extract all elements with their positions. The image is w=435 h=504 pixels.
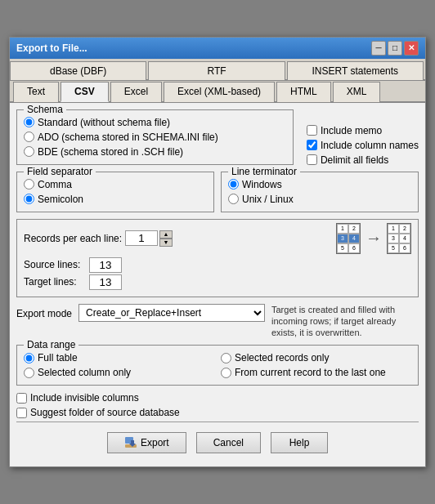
suggest-folder-option[interactable]: Suggest folder of source database <box>16 407 419 418</box>
maximize-button[interactable]: □ <box>388 41 402 56</box>
records-group: Records per each line: ▲ ▼ 1 2 3 4 5 6 <box>16 219 419 297</box>
data-range-label: Data range <box>24 339 78 350</box>
schema-option-bde[interactable]: BDE (schema stored in .SCH file) <box>24 146 286 158</box>
suggest-folder-checkbox[interactable] <box>16 408 27 418</box>
include-memo-checkbox[interactable] <box>307 125 317 136</box>
records-label: Records per each line: <box>24 233 122 244</box>
line-term-windows-label: Windows <box>242 179 282 190</box>
schema-group: Schema Standard (without schema file) AD… <box>16 109 294 165</box>
export-mode-label: Export mode <box>16 304 72 323</box>
source-lines-label: Source lines: <box>24 259 89 270</box>
tab-csv[interactable]: CSV <box>61 82 109 102</box>
separator-terminator-row: Field separator Comma Semicolon Line ter… <box>16 172 419 219</box>
schema-radio-bde[interactable] <box>24 146 34 157</box>
data-range-current-radio[interactable] <box>221 368 231 378</box>
field-sep-semicolon-radio[interactable] <box>24 194 34 204</box>
src-cell-11: 4 <box>348 234 360 243</box>
data-range-records-radio[interactable] <box>221 353 231 364</box>
data-range-selected-col[interactable]: Selected column only <box>24 367 214 378</box>
line-term-unix[interactable]: Unix / Linux <box>228 194 411 205</box>
data-range-col-label: Selected column only <box>38 367 131 378</box>
tgt-cell-01: 2 <box>399 224 410 234</box>
data-range-group: Data range Full table Selected column on… <box>16 345 419 386</box>
minimize-button[interactable]: ─ <box>371 41 386 56</box>
schema-option-ado[interactable]: ADO (schema stored in SCHEMA.INI file) <box>24 132 286 143</box>
tgt-cell-00: 1 <box>388 224 399 234</box>
tgt-cell-10: 3 <box>388 234 399 243</box>
data-range-options: Full table Selected column only Selected… <box>24 349 411 378</box>
target-grid: 1 2 3 4 5 6 <box>387 223 411 254</box>
delimit-all-fields-checkbox[interactable] <box>307 154 317 165</box>
field-sep-comma-label: Comma <box>38 179 72 190</box>
src-cell-20: 5 <box>337 243 348 253</box>
data-range-col-radio[interactable] <box>24 368 34 378</box>
tab-text[interactable]: Text <box>13 82 59 102</box>
tab-excel-xml[interactable]: Excel (XML-based) <box>164 82 275 102</box>
target-lines-input[interactable] <box>89 274 122 290</box>
records-spin-down[interactable]: ▼ <box>159 239 173 247</box>
schema-radio-ado[interactable] <box>24 132 34 142</box>
src-cell-21: 6 <box>348 243 360 253</box>
suggest-folder-label: Suggest folder of source database <box>30 407 180 418</box>
tgt-cell-20: 5 <box>388 243 399 253</box>
schema-row: Schema Standard (without schema file) AD… <box>16 109 419 172</box>
tab-excel[interactable]: Excel <box>110 82 162 102</box>
field-separator-group: Field separator Comma Semicolon <box>16 172 214 212</box>
tab-dbase[interactable]: dBase (DBF) <box>10 61 146 80</box>
separator <box>16 421 419 422</box>
export-button[interactable]: Export <box>107 432 186 453</box>
line-term-windows[interactable]: Windows <box>228 179 411 190</box>
schema-option-standard[interactable]: Standard (without schema file) <box>24 117 286 128</box>
cancel-button[interactable]: Cancel <box>196 432 261 453</box>
schema-radio-standard[interactable] <box>24 117 34 127</box>
field-sep-semicolon[interactable]: Semicolon <box>24 194 207 205</box>
field-sep-comma-radio[interactable] <box>24 179 34 190</box>
line-term-windows-radio[interactable] <box>228 179 239 190</box>
field-sep-semicolon-label: Semicolon <box>38 194 83 205</box>
records-input[interactable] <box>125 230 158 246</box>
source-lines-row: Source lines: <box>24 257 411 273</box>
schema-label-standard: Standard (without schema file) <box>38 117 170 128</box>
tab-html[interactable]: HTML <box>276 82 331 102</box>
main-window: Export to File... ─ □ ✕ dBase (DBF) RTF … <box>9 37 426 468</box>
help-button[interactable]: Help <box>271 432 328 453</box>
source-grid: 1 2 3 4 5 6 <box>336 223 361 254</box>
line-terminator-group: Line terminator Windows Unix / Linux <box>221 172 419 212</box>
include-column-names-label: Include column names <box>321 140 419 151</box>
title-bar: Export to File... ─ □ ✕ <box>10 38 425 59</box>
field-sep-comma[interactable]: Comma <box>24 179 207 190</box>
export-label: Export <box>141 437 169 448</box>
tab-rtf[interactable]: RTF <box>148 61 285 80</box>
data-range-full-label: Full table <box>38 352 78 364</box>
tab-insert-statements[interactable]: INSERT statements <box>287 61 424 80</box>
src-cell-00: 1 <box>337 224 348 234</box>
include-column-names-option[interactable]: Include column names <box>307 140 419 151</box>
title-bar-buttons: ─ □ ✕ <box>371 41 419 56</box>
data-range-full-radio[interactable] <box>24 353 34 364</box>
schema-label-bde: BDE (schema stored in .SCH file) <box>38 146 183 158</box>
close-button[interactable]: ✕ <box>404 41 419 56</box>
export-icon <box>124 436 137 449</box>
target-lines-label: Target lines: <box>24 276 89 288</box>
data-range-from-current[interactable]: From current record to the last one <box>221 367 411 378</box>
data-range-full-table[interactable]: Full table <box>24 352 214 364</box>
schema-checkboxes: Include memo Include column names Delimi… <box>300 109 419 172</box>
data-range-right: Selected records only From current recor… <box>221 349 411 378</box>
cancel-label: Cancel <box>213 437 244 448</box>
schema-label-ado: ADO (schema stored in SCHEMA.INI file) <box>38 132 218 143</box>
include-memo-option[interactable]: Include memo <box>307 125 419 136</box>
line-terminator-label: Line terminator <box>228 166 300 177</box>
records-spin-up[interactable]: ▲ <box>159 230 173 239</box>
include-invisible-option[interactable]: Include invisible columns <box>16 392 419 404</box>
data-range-records-label: Selected records only <box>235 352 329 364</box>
include-column-names-checkbox[interactable] <box>307 140 317 150</box>
tab-xml[interactable]: XML <box>333 82 381 102</box>
export-mode-select[interactable]: Create_or_Replace+Insert Insert Update C… <box>78 304 265 322</box>
window-title: Export to File... <box>16 42 87 54</box>
data-range-selected-records[interactable]: Selected records only <box>221 352 411 364</box>
export-mode-row: Export mode Create_or_Replace+Insert Ins… <box>16 304 419 339</box>
line-term-unix-radio[interactable] <box>228 194 239 204</box>
include-invisible-checkbox[interactable] <box>16 393 27 404</box>
source-lines-input[interactable] <box>89 257 122 273</box>
delimit-all-fields-option[interactable]: Delimit all fields <box>307 154 419 166</box>
